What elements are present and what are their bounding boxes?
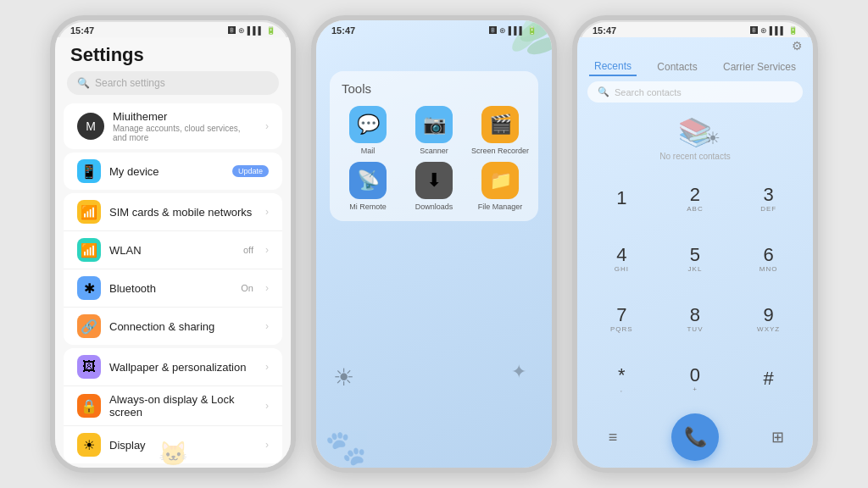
update-badge[interactable]: Update <box>232 165 269 177</box>
downloads-label: Downloads <box>415 202 453 211</box>
bt2-icon: 🅱 <box>489 26 497 35</box>
bt3-icon: 🅱 <box>750 26 758 35</box>
key-5[interactable]: 5 JKL <box>659 230 732 288</box>
wallpaper-item[interactable]: 🖼 Wallpaper & personalization › <box>64 348 282 386</box>
keypad-grid: 1 2 ABC 3 DEF 4 GHI 5 JKL <box>586 169 804 408</box>
key-8[interactable]: 8 TUV <box>659 290 732 348</box>
dialer-search-bar[interactable]: 🔍 Search contacts <box>587 81 803 103</box>
device-icon: 📱 <box>77 159 101 183</box>
sim-chevron: › <box>265 206 269 218</box>
bluetooth-value: On <box>241 283 253 293</box>
sim-icon: 📶 <box>77 200 101 224</box>
settings-items-group: 📶 SIM cards & mobile networks › 📶 WLAN o… <box>64 193 282 345</box>
tab-carrier-services[interactable]: Carrier Services <box>718 58 801 75</box>
bluetooth-status-icon: 🅱 <box>228 26 236 35</box>
mail-label: Mail <box>361 147 376 155</box>
lockscreen-item[interactable]: 🔒 Always-on display & Lock screen › <box>64 386 282 426</box>
tools-folder[interactable]: Tools 💬 Mail 📷 Scanner 🎬 Screen Recorder… <box>330 71 538 221</box>
wlan-label: WLAN <box>109 244 235 257</box>
downloads-icon: ⬇ <box>415 162 453 199</box>
no-recents-text: No recent contacts <box>659 152 730 161</box>
home-screen: ☀ ✦ Tools 💬 Mail 📷 Scanner 🎬 Screen Reco… <box>316 20 552 468</box>
lockscreen-icon: 🔒 <box>77 394 101 418</box>
dialpad-toggle-button[interactable]: ⊞ <box>759 419 796 456</box>
connection-label: Connection & sharing <box>109 320 257 333</box>
key-2[interactable]: 2 ABC <box>659 169 732 228</box>
app-screen-recorder[interactable]: 🎬 Screen Recorder <box>470 106 530 155</box>
account-item[interactable]: M Miuithemer Manage accounts, cloud serv… <box>64 103 282 149</box>
connection-icon: 🔗 <box>77 314 101 338</box>
key-7[interactable]: 7 PQRS <box>586 290 658 348</box>
wlan-item[interactable]: 📶 WLAN off › <box>64 231 282 269</box>
status-bar-2: 15:47 🅱 ⊛ ▌▌▌ 🔋 <box>316 20 552 37</box>
my-device-label: My device <box>109 165 224 178</box>
signal3-icon: ▌▌▌ <box>770 26 786 35</box>
dialer-search-icon: 🔍 <box>598 86 609 97</box>
bluetooth-chevron: › <box>265 282 269 294</box>
wallpaper-label: Wallpaper & personalization <box>109 361 257 374</box>
lockscreen-label: Always-on display & Lock screen <box>109 393 257 419</box>
signal2-icon: ▌▌▌ <box>509 26 525 35</box>
bluetooth-label: Bluetooth <box>109 282 232 295</box>
app-scanner[interactable]: 📷 Scanner <box>404 106 464 155</box>
app-mi-remote[interactable]: 📡 Mi Remote <box>338 162 398 211</box>
settings-screen: Settings 🔍 Search settings M Miuithemer … <box>55 37 291 468</box>
app-mail[interactable]: 💬 Mail <box>338 106 398 155</box>
app-grid: 💬 Mail 📷 Scanner 🎬 Screen Recorder 📡 Mi … <box>338 106 530 211</box>
screen-recorder-icon: 🎬 <box>481 106 519 143</box>
status-icons-1: 🅱 ⊛ ▌▌▌ 🔋 <box>228 26 275 35</box>
lockscreen-info: Always-on display & Lock screen <box>109 393 257 419</box>
mi-remote-label: Mi Remote <box>349 202 387 211</box>
my-device-info: My device <box>109 165 224 178</box>
signal-icon: ▌▌▌ <box>248 26 264 35</box>
key-4[interactable]: 4 GHI <box>586 230 658 288</box>
phone-home: 15:47 🅱 ⊛ ▌▌▌ 🔋 ☀ ✦ Tools 💬 Mail <box>311 15 557 473</box>
account-info: Miuithemer Manage accounts, cloud servic… <box>113 110 257 142</box>
sun-deco-2: ✦ <box>511 361 526 383</box>
wifi2-icon: ⊛ <box>499 26 506 35</box>
search-placeholder: Search settings <box>95 77 165 89</box>
key-3[interactable]: 3 DEF <box>732 169 804 228</box>
connection-item[interactable]: 🔗 Connection & sharing › <box>64 308 282 345</box>
scanner-label: Scanner <box>420 147 448 155</box>
settings-search-bar[interactable]: 🔍 Search settings <box>67 71 279 95</box>
keypad-bottom: ≡ 📞 ⊞ <box>586 408 804 468</box>
dialer-settings-icon[interactable]: ⚙ <box>792 39 803 53</box>
key-1[interactable]: 1 <box>586 169 658 228</box>
mail-icon: 💬 <box>349 106 387 143</box>
my-device-item[interactable]: 📱 My device Update <box>64 152 282 190</box>
wlan-chevron: › <box>265 244 269 256</box>
search-icon: 🔍 <box>77 77 90 89</box>
sim-item[interactable]: 📶 SIM cards & mobile networks › <box>64 193 282 231</box>
account-group: M Miuithemer Manage accounts, cloud serv… <box>64 103 282 149</box>
time-2: 15:47 <box>331 25 355 36</box>
chevron-icon: › <box>265 120 269 132</box>
status-icons-2: 🅱 ⊛ ▌▌▌ 🔋 <box>489 26 537 35</box>
wallpaper-icon: 🖼 <box>77 355 101 379</box>
connection-info: Connection & sharing <box>109 320 257 333</box>
app-downloads[interactable]: ⬇ Downloads <box>404 162 464 211</box>
key-star[interactable]: * , <box>586 350 658 408</box>
wallpaper-info: Wallpaper & personalization <box>109 361 257 374</box>
key-9[interactable]: 9 WXYZ <box>732 290 804 348</box>
key-hash[interactable]: # <box>732 350 804 408</box>
key-6[interactable]: 6 MNO <box>732 230 804 288</box>
battery3-icon: 🔋 <box>788 26 798 35</box>
account-name: Miuithemer <box>113 110 257 123</box>
no-recents-sun-icon: ☀ <box>705 128 721 148</box>
my-device-group: 📱 My device Update <box>64 152 282 190</box>
sun-deco-1: ☀ <box>333 363 354 391</box>
tab-recents[interactable]: Recents <box>589 58 637 76</box>
mi-remote-icon: 📡 <box>349 162 387 199</box>
app-file-manager[interactable]: 📁 File Manager <box>470 162 530 211</box>
wlan-icon: 📶 <box>77 238 101 262</box>
wallpaper-chevron: › <box>265 361 269 373</box>
dialpad-menu-button[interactable]: ≡ <box>594 419 632 456</box>
bluetooth-item[interactable]: ✱ Bluetooth On › <box>64 269 282 308</box>
call-button[interactable]: 📞 <box>671 413 719 461</box>
status-bar-3: 15:47 🅱 ⊛ ▌▌▌ 🔋 <box>577 20 813 37</box>
tab-contacts[interactable]: Contacts <box>652 58 702 75</box>
key-0[interactable]: 0 + <box>659 350 732 408</box>
file-manager-icon: 📁 <box>481 162 519 199</box>
dialer-search-placeholder: Search contacts <box>615 87 682 97</box>
